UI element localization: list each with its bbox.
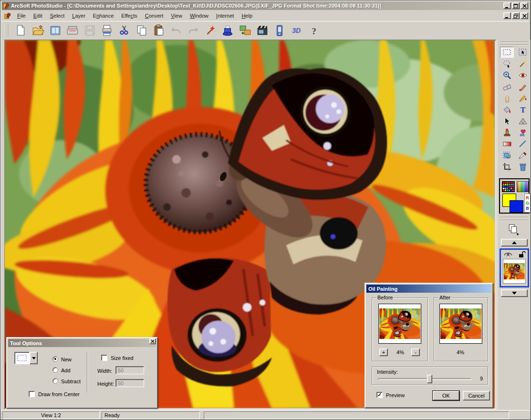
layer-up-button[interactable] [501,239,528,246]
cancel-button[interactable]: Cancel [463,391,490,400]
new-document-button[interactable] [13,23,28,38]
magic-effects-hat-button[interactable] [220,23,235,38]
intensity-slider-thumb[interactable] [427,375,432,383]
before-thumbnail[interactable] [378,304,421,344]
paintbrush-tool[interactable] [516,81,530,92]
menu-enhance[interactable]: Enhance [89,13,117,19]
oil-painting-title-bar[interactable]: Oil Painting [366,285,491,293]
minimize-button[interactable] [503,2,511,9]
move-selection-tool[interactable] [516,47,530,58]
width-input[interactable]: 50 [115,366,144,374]
delete-tool[interactable] [516,161,530,172]
select-shape-dropdown-arrow[interactable] [30,352,38,364]
rainbow-swatch[interactable] [517,181,529,192]
oil-painting-dialog[interactable]: Oil Painting Before + 4% - After 4% Inte… [364,283,493,408]
shape-select-tool[interactable] [500,115,514,126]
zoom-tool[interactable] [500,70,514,81]
gradient-tool[interactable] [500,138,514,149]
layer-down-button[interactable] [501,289,528,297]
clone-stamp-tool[interactable] [500,127,514,138]
smudge-tool[interactable] [500,92,514,103]
tool-options-title-bar[interactable]: Tool Options [8,339,156,347]
eyedropper-tool[interactable] [516,150,530,161]
browse-album-button[interactable] [48,23,62,38]
toolbar-grip[interactable] [5,24,8,37]
draw-from-center-checkbox[interactable] [29,391,35,397]
menu-effects[interactable]: Effects [117,13,141,19]
copy-button[interactable] [134,23,149,38]
help-button[interactable]: ? [306,23,321,38]
acquire-scanner-button[interactable] [65,23,80,38]
close-button[interactable] [521,2,528,9]
line-tool[interactable] [516,138,530,149]
crop-tool[interactable] [500,161,514,172]
preview-checkbox[interactable] [376,392,383,398]
red-eye-removal-tool[interactable] [516,70,530,81]
tool-options-dialog[interactable]: Tool Options New Add Subtract Size fixed… [6,337,158,409]
mode-add-radio[interactable] [52,367,58,373]
layer-item[interactable] [500,248,529,287]
video-capture-button[interactable] [255,23,270,38]
menu-layer[interactable]: Layer [68,13,89,19]
menu-view[interactable]: View [167,13,186,19]
rgb-button[interactable]: R G B [524,194,531,213]
bucket-fill-tool[interactable] [500,104,514,115]
after-thumbnail[interactable] [439,304,482,344]
open-file-button[interactable] [31,23,45,38]
background-color-swatch[interactable] [510,200,523,213]
title-bar[interactable]: ArcSoft PhotoStudio - [C:\Documents and … [2,1,529,10]
paste-button[interactable] [151,23,166,38]
tool-options-close-icon[interactable] [149,338,156,344]
main-toolbar: 3D ? [2,21,529,39]
print-button[interactable] [99,23,114,38]
mode-new-radio[interactable] [52,356,58,362]
pen-tool[interactable] [516,92,530,103]
cut-button[interactable] [117,23,132,38]
palette-grid-swatch[interactable] [502,181,515,193]
height-input[interactable]: 50 [115,379,144,387]
document-icon[interactable] [4,12,11,20]
text-tool[interactable]: T [516,104,530,115]
before-zoom-out-button[interactable]: - [411,348,420,356]
menu-edit[interactable]: Edit [30,13,46,19]
auto-enhance-wand-button[interactable] [203,23,218,38]
status-message: Ready [102,411,200,419]
save-file-button[interactable] [82,23,97,38]
redo-button[interactable] [186,23,200,38]
eraser-tool[interactable] [500,81,514,92]
menu-convert[interactable]: Convert [141,13,167,19]
mode-subtract-radio[interactable] [52,378,58,384]
sharpen-tool[interactable] [516,115,530,126]
palette-grip[interactable] [500,41,528,45]
select-shape-dropdown[interactable] [14,352,30,364]
text-3d-button[interactable]: 3D [288,23,303,38]
layer-unlock-icon[interactable] [518,250,526,259]
intensity-slider-track[interactable] [378,378,471,380]
mdi-minimize-button[interactable] [503,12,511,19]
menu-help[interactable]: Help [238,13,256,19]
menu-window[interactable]: Window [186,13,212,19]
size-fixed-checkbox[interactable] [101,355,107,361]
freehand-select-tool[interactable] [500,58,514,69]
mobile-device-button[interactable] [272,23,287,38]
layer-visibility-eye-icon[interactable] [503,251,513,259]
mdi-close-button[interactable] [521,12,528,19]
layers-icon[interactable] [507,224,520,237]
before-zoom-in-button[interactable]: + [379,348,388,356]
before-group: Before + 4% - [372,297,428,361]
menu-internet[interactable]: Internet [212,13,238,19]
rectangle-select-tool[interactable] [500,47,514,58]
layer-thumbnail[interactable] [503,259,526,284]
layers-grip[interactable] [500,217,528,221]
ok-button[interactable]: OK [433,391,459,400]
menu-select[interactable]: Select [46,13,69,19]
pattern-cutout-tool[interactable] [516,127,530,138]
magic-wand-tool[interactable] [516,58,530,69]
tool-options-title: Tool Options [10,340,42,346]
undo-button[interactable] [168,23,183,38]
menu-file[interactable]: File [13,13,30,19]
transform-tool[interactable] [500,150,514,161]
mdi-restore-button[interactable] [512,12,520,19]
maximize-button[interactable] [512,2,520,9]
stitch-images-button[interactable] [238,23,252,38]
